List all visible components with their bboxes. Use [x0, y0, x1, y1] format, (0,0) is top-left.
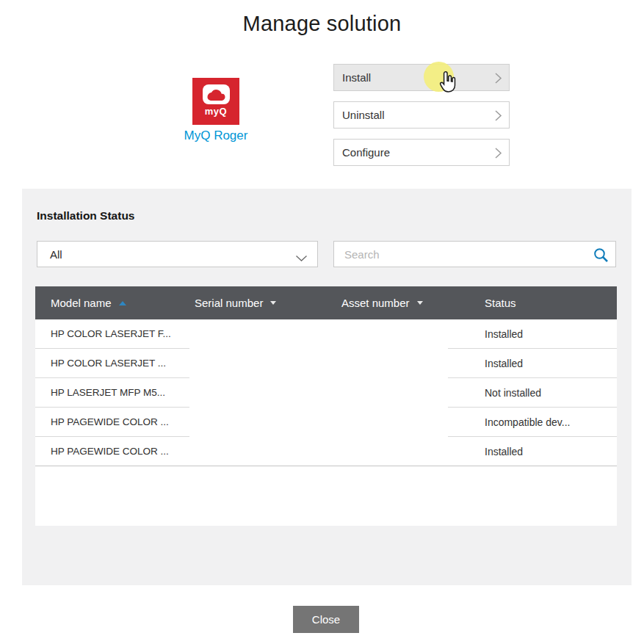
- column-header-model-name[interactable]: Model name: [35, 297, 189, 309]
- install-button[interactable]: Install: [333, 64, 510, 91]
- chevron-right-icon: [494, 72, 502, 87]
- search-input[interactable]: [334, 242, 615, 267]
- install-button-label: Install: [334, 71, 371, 84]
- serial-number-cell: [189, 319, 336, 349]
- column-label: Serial number: [195, 297, 263, 309]
- status-filter-dropdown[interactable]: All: [37, 241, 318, 267]
- table-body: HP COLOR LASERJET F... Installed HP COLO…: [35, 319, 617, 526]
- model-name-cell: HP PAGEWIDE COLOR ...: [35, 437, 189, 466]
- model-name-cell: HP COLOR LASERJET F...: [35, 319, 189, 349]
- uninstall-button-label: Uninstall: [334, 109, 385, 121]
- installation-status-table: Model name Serial number Asset number St…: [35, 286, 617, 526]
- sort-ascending-icon: [119, 301, 126, 305]
- sort-menu-icon: [417, 301, 423, 305]
- search-box: [333, 241, 616, 267]
- status-filter-value: All: [37, 248, 62, 261]
- close-button[interactable]: Close: [293, 606, 359, 633]
- table-row[interactable]: HP PAGEWIDE COLOR ... Installed: [35, 437, 617, 466]
- cloud-icon: [203, 84, 230, 104]
- asset-number-cell: [336, 319, 448, 349]
- table-row[interactable]: HP PAGEWIDE COLOR ... Incompatible dev..…: [35, 408, 617, 437]
- chevron-right-icon: [494, 147, 502, 162]
- column-label: Model name: [51, 297, 112, 309]
- chevron-down-icon: [295, 252, 308, 265]
- column-header-asset-number[interactable]: Asset number: [336, 297, 448, 309]
- solution-name: MyQ Roger: [157, 129, 275, 143]
- model-name-cell: HP COLOR LASERJET ...: [35, 349, 189, 378]
- serial-number-cell: [189, 378, 336, 408]
- status-cell: Installed: [448, 437, 617, 466]
- myq-logo: myQ: [192, 78, 239, 125]
- serial-number-cell: [189, 349, 336, 378]
- status-cell: Installed: [448, 319, 617, 349]
- sort-menu-icon: [270, 301, 276, 305]
- search-icon[interactable]: [593, 247, 609, 266]
- myq-logo-text: myQ: [205, 106, 227, 117]
- table-row[interactable]: HP COLOR LASERJET ... Installed: [35, 349, 617, 378]
- asset-number-cell: [336, 408, 448, 437]
- model-name-cell: HP PAGEWIDE COLOR ...: [35, 408, 189, 437]
- asset-number-cell: [336, 437, 448, 466]
- model-name-cell: HP LASERJET MFP M5...: [35, 378, 189, 408]
- configure-button-label: Configure: [334, 146, 390, 159]
- column-label: Status: [485, 297, 516, 309]
- installation-status-panel: Installation Status All Model name Seria…: [22, 189, 632, 585]
- serial-number-cell: [189, 437, 336, 466]
- table-header: Model name Serial number Asset number St…: [35, 286, 617, 319]
- column-header-serial-number[interactable]: Serial number: [189, 297, 336, 309]
- panel-heading: Installation Status: [37, 209, 135, 222]
- chevron-right-icon: [494, 109, 502, 125]
- status-cell: Incompatible dev...: [448, 408, 617, 437]
- column-label: Asset number: [341, 297, 410, 309]
- asset-number-cell: [336, 349, 448, 378]
- table-row[interactable]: HP COLOR LASERJET F... Installed: [35, 319, 617, 349]
- serial-number-cell: [189, 408, 336, 437]
- status-cell: Not installed: [448, 378, 617, 408]
- asset-number-cell: [336, 378, 448, 408]
- status-cell: Installed: [448, 349, 617, 378]
- page-title: Manage solution: [0, 12, 644, 36]
- table-row[interactable]: HP LASERJET MFP M5... Not installed: [35, 378, 617, 408]
- configure-button[interactable]: Configure: [333, 139, 510, 166]
- column-header-status[interactable]: Status: [448, 297, 617, 309]
- uninstall-button[interactable]: Uninstall: [333, 101, 510, 129]
